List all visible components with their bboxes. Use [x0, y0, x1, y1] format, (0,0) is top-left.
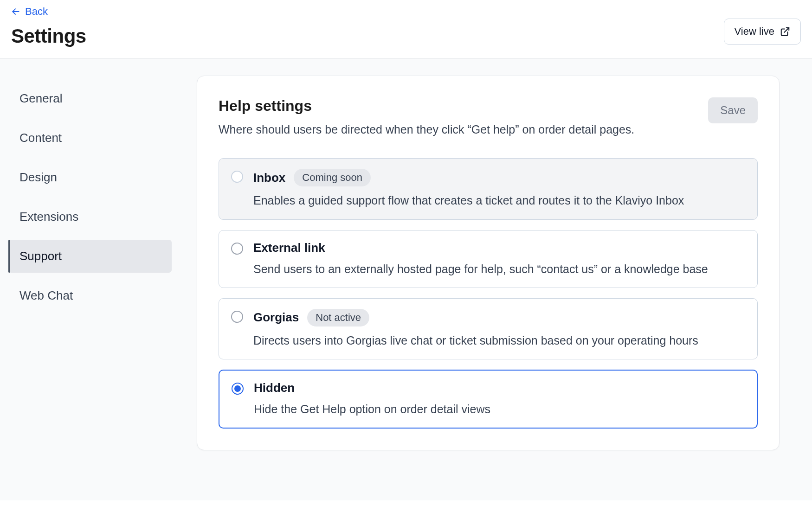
option-title-row: External link	[253, 241, 745, 255]
section-description: Where should users be directed when they…	[219, 121, 634, 138]
radio-gorgias[interactable]	[231, 311, 243, 323]
option-title: Gorgias	[253, 310, 299, 325]
svg-line-1	[784, 28, 789, 32]
option-body: Gorgias Not active Directs users into Go…	[253, 309, 745, 349]
option-body: Hidden Hide the Get Help option on order…	[254, 381, 745, 417]
settings-sidebar: General Content Design Extensions Suppor…	[0, 59, 180, 500]
option-title-row: Gorgias Not active	[253, 309, 745, 326]
option-title-row: Hidden	[254, 381, 745, 395]
sidebar-item-extensions[interactable]: Extensions	[8, 200, 172, 233]
back-link-label: Back	[25, 6, 48, 18]
page-body: General Content Design Extensions Suppor…	[0, 59, 812, 500]
option-hidden[interactable]: Hidden Hide the Get Help option on order…	[219, 370, 758, 429]
option-inbox: Inbox Coming soon Enables a guided suppo…	[219, 158, 758, 219]
option-title-row: Inbox Coming soon	[253, 169, 745, 186]
option-body: External link Send users to an externall…	[253, 241, 745, 277]
option-title: Inbox	[253, 171, 285, 185]
card-header-text: Help settings Where should users be dire…	[219, 97, 634, 138]
sidebar-item-content[interactable]: Content	[8, 122, 172, 154]
view-live-button[interactable]: View live	[724, 19, 801, 45]
sidebar-item-design[interactable]: Design	[8, 161, 172, 194]
option-description: Hide the Get Help option on order detail…	[254, 401, 745, 417]
back-link[interactable]: Back	[11, 6, 48, 18]
sidebar-item-support[interactable]: Support	[8, 240, 172, 273]
option-description: Enables a guided support flow that creat…	[253, 192, 745, 209]
settings-page: Back Settings View live General Content …	[0, 0, 812, 512]
radio-hidden[interactable]	[232, 383, 244, 395]
view-live-label: View live	[735, 26, 774, 38]
option-title: Hidden	[254, 381, 295, 395]
help-settings-card: Help settings Where should users be dire…	[197, 76, 780, 450]
not-active-badge: Not active	[307, 309, 369, 326]
content-area: Help settings Where should users be dire…	[180, 59, 812, 500]
page-header: Back Settings View live	[0, 0, 812, 59]
option-body: Inbox Coming soon Enables a guided suppo…	[253, 169, 745, 209]
sidebar-item-web-chat[interactable]: Web Chat	[8, 279, 172, 312]
coming-soon-badge: Coming soon	[294, 169, 371, 186]
radio-external-link[interactable]	[231, 243, 243, 255]
option-description: Directs users into Gorgias live chat or …	[253, 332, 745, 349]
option-gorgias[interactable]: Gorgias Not active Directs users into Go…	[219, 298, 758, 359]
section-title: Help settings	[219, 97, 634, 115]
option-title: External link	[253, 241, 325, 255]
help-options-group: Inbox Coming soon Enables a guided suppo…	[219, 158, 758, 429]
radio-inbox	[231, 171, 243, 183]
option-description: Send users to an externally hosted page …	[253, 261, 745, 277]
card-header: Help settings Where should users be dire…	[219, 97, 758, 138]
external-link-icon	[780, 26, 790, 37]
sidebar-item-general[interactable]: General	[8, 82, 172, 115]
option-external-link[interactable]: External link Send users to an externall…	[219, 230, 758, 288]
arrow-left-icon	[11, 7, 20, 16]
page-title: Settings	[11, 25, 86, 47]
save-button[interactable]: Save	[708, 97, 758, 123]
header-left: Back Settings	[11, 6, 86, 47]
